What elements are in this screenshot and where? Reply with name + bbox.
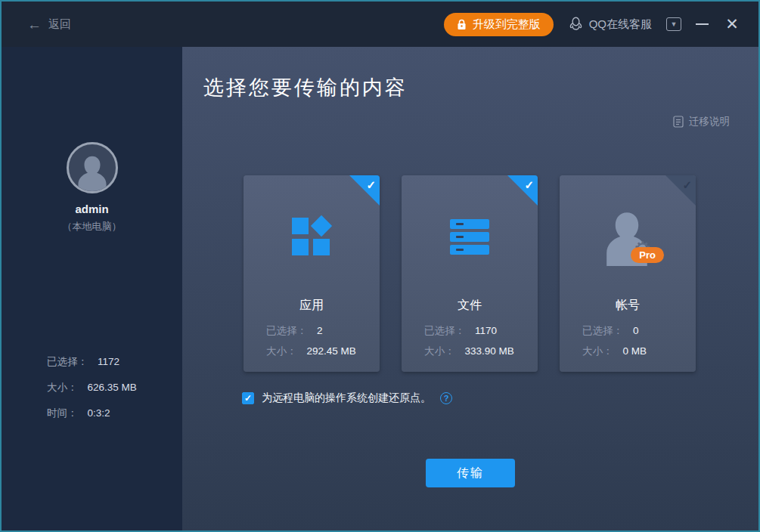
page-title: 选择您要传输的内容 <box>203 74 408 101</box>
card-selected-value: 1170 <box>475 325 497 336</box>
migration-help-label: 迁移说明 <box>689 115 730 128</box>
lock-icon <box>457 19 467 30</box>
card-selected-label: 已选择： <box>266 324 307 338</box>
user-subtitle: （本地电脑） <box>2 220 182 234</box>
back-label: 返回 <box>48 17 71 32</box>
stat-selected: 已选择： 1172 <box>47 355 137 369</box>
qq-support-link[interactable]: QQ在线客服 <box>568 16 652 32</box>
user-name: admin <box>2 203 182 215</box>
app-window: ← 返回 升级到完整版 QQ在线客服 ▼ ✕ admin （本地电脑） <box>0 0 760 532</box>
pro-badge: Pro <box>631 247 664 263</box>
card-title: 应用 <box>244 298 380 317</box>
card-size-label: 大小： <box>424 345 455 358</box>
qq-penguin-icon <box>568 16 584 32</box>
person-silhouette-icon <box>72 151 113 192</box>
stat-label: 已选择： <box>47 355 88 369</box>
card-selected-value: 0 <box>633 325 639 336</box>
restore-point-checkbox[interactable]: ✓ <box>242 392 254 404</box>
back-button[interactable]: ← 返回 <box>27 17 71 32</box>
card-size-value: 292.45 MB <box>307 345 356 357</box>
card-size-row: 大小： 333.90 MB <box>402 345 538 358</box>
card-title: 文件 <box>402 298 538 317</box>
minimize-icon <box>696 23 709 25</box>
titlebar: ← 返回 升级到完整版 QQ在线客服 ▼ ✕ <box>2 2 758 47</box>
transfer-button[interactable]: 传输 <box>426 459 515 487</box>
main-content: 选择您要传输的内容 迁移说明 ✓ 应用 已选择： <box>182 47 758 530</box>
card-files[interactable]: ✓ 文件 已选择： 1170 大小： 333.90 MB <box>402 175 538 372</box>
card-size-row: 大小： 0 MB <box>560 345 696 358</box>
check-icon: ✓ <box>366 178 376 192</box>
stat-time: 时间： 0:3:2 <box>47 407 137 420</box>
card-selected-label: 已选择： <box>424 324 465 338</box>
card-selected-label: 已选择： <box>582 324 623 338</box>
transfer-cards: ✓ 应用 已选择： 2 大小： 292.45 MB <box>244 175 696 372</box>
stat-value: 626.35 MB <box>88 382 137 393</box>
card-selected-row: 已选择： 2 <box>244 324 380 338</box>
titlebar-dropdown-button[interactable]: ▼ <box>666 17 681 31</box>
stat-size: 大小： 626.35 MB <box>47 381 137 394</box>
upgrade-button[interactable]: 升级到完整版 <box>444 13 554 36</box>
card-accounts[interactable]: ✓ ⚙ Pro 帐号 已选择： 0 大小： <box>560 175 696 372</box>
apps-icon <box>292 218 331 255</box>
card-size-row: 大小： 292.45 MB <box>244 345 380 358</box>
card-title: 帐号 <box>560 298 696 317</box>
chevron-down-icon: ▼ <box>671 20 678 28</box>
account-icon: ⚙ Pro <box>597 204 658 269</box>
stat-label: 时间： <box>47 407 78 420</box>
close-button[interactable]: ✕ <box>721 15 743 33</box>
sidebar-stats: 已选择： 1172 大小： 626.35 MB 时间： 0:3:2 <box>47 355 137 432</box>
back-arrow-icon: ← <box>27 17 42 32</box>
card-size-value: 333.90 MB <box>465 345 514 357</box>
stat-label: 大小： <box>47 381 78 394</box>
card-selected-row: 已选择： 1170 <box>402 324 538 338</box>
help-icon[interactable]: ? <box>440 392 452 404</box>
files-icon <box>450 219 489 255</box>
minimize-button[interactable] <box>690 23 713 25</box>
card-size-label: 大小： <box>266 345 297 358</box>
close-icon: ✕ <box>725 15 739 32</box>
migration-help-link[interactable]: 迁移说明 <box>673 115 730 128</box>
upgrade-label: 升级到完整版 <box>473 17 541 32</box>
check-icon: ✓ <box>524 178 534 192</box>
document-icon <box>673 116 684 128</box>
avatar <box>67 142 118 193</box>
stat-value: 0:3:2 <box>88 407 110 419</box>
card-selected-value: 2 <box>317 325 323 336</box>
qq-support-label: QQ在线客服 <box>589 17 652 32</box>
card-size-value: 0 MB <box>623 345 647 357</box>
restore-point-label: 为远程电脑的操作系统创建还原点。 <box>262 391 431 405</box>
card-size-label: 大小： <box>582 345 613 358</box>
stat-value: 1172 <box>98 356 119 367</box>
card-apps[interactable]: ✓ 应用 已选择： 2 大小： 292.45 MB <box>244 175 380 372</box>
check-icon: ✓ <box>244 393 252 404</box>
restore-point-row: ✓ 为远程电脑的操作系统创建还原点。 ? <box>242 391 452 405</box>
check-icon: ✓ <box>682 178 692 192</box>
sidebar: admin （本地电脑） 已选择： 1172 大小： 626.35 MB 时间：… <box>2 47 182 530</box>
card-selected-row: 已选择： 0 <box>560 324 696 338</box>
titlebar-actions: 升级到完整版 QQ在线客服 ▼ ✕ <box>444 13 743 36</box>
